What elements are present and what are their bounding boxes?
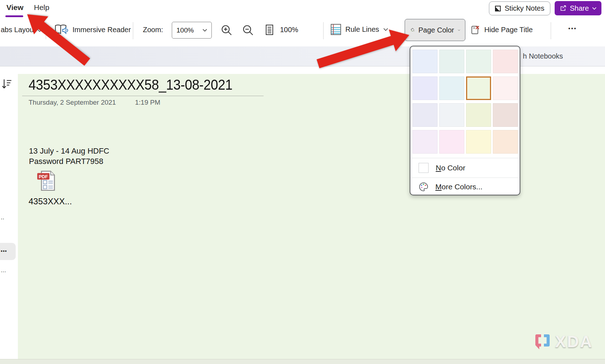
document-lines-icon [265,24,274,35]
immersive-reader-label: Immersive Reader [72,26,131,34]
color-swatch[interactable] [439,50,464,73]
immersive-reader-button[interactable]: Immersive Reader [54,24,131,36]
color-swatch[interactable] [412,103,438,127]
chevron-down-icon[interactable] [37,29,42,32]
palette-icon [419,182,429,192]
color-swatch[interactable] [412,76,438,100]
sidebar-page-item[interactable]: .. [1,214,4,221]
color-swatch[interactable] [466,130,491,154]
share-button[interactable]: Share [555,1,601,15]
zoom-to-100-button[interactable]: 100% [265,24,298,35]
pages-sidebar: .. ••• ... [0,74,18,359]
share-label: Share [570,4,589,13]
share-arrow-icon [560,5,567,12]
page-color-label: Page Color [418,26,454,34]
pdf-file-icon[interactable]: PDF [37,170,56,192]
hide-page-title-button[interactable]: Hide Page Title [471,25,533,35]
sidebar-page-item-label: ••• [1,248,7,254]
page-color-dropdown: No Color More Colors... [410,46,520,195]
zoom-100-label: 100% [280,26,298,34]
zoom-label: Zoom: [143,26,163,34]
zoom-level-value: 100% [176,26,194,34]
attachment-filename[interactable]: 4353XXX... [29,196,72,206]
more-colors-label: More Colors... [435,183,482,191]
xda-watermark-text: XDA [555,332,593,351]
tab-help[interactable]: Help [34,3,49,12]
ribbon-more-options-button[interactable]: ••• [561,25,584,32]
ribbon-separator [133,22,133,39]
color-swatch[interactable] [412,130,438,154]
active-tab-underline [5,15,23,17]
color-swatch[interactable] [439,130,464,154]
magnifier-minus-icon[interactable] [242,24,255,37]
no-color-label: No Color [436,164,465,172]
page-red-x-icon [471,25,480,35]
color-swatch-grid [412,50,518,154]
rule-lines-label: Rule Lines [345,25,379,34]
chevron-down-icon [458,29,460,32]
ribbon-separator [551,22,551,39]
onenote-window: View Help Sticky Notes Share abs Layout [0,0,605,364]
ruled-page-icon [330,24,341,35]
page-date: Thursday, 2 September 2021 [29,99,116,106]
note-text-line[interactable]: 13 July - 14 Aug HDFC [29,146,109,156]
paint-bucket-icon [410,25,415,35]
xda-watermark: XDA [533,332,593,351]
title-divider [22,96,264,96]
bottom-edge-strip [0,359,605,364]
color-swatch[interactable] [466,50,491,73]
book-speaker-icon [54,24,69,36]
color-swatch[interactable] [439,103,464,127]
zoom-level-select[interactable]: 100% [172,22,212,39]
chevron-down-icon [592,7,596,10]
chevron-down-icon [383,28,388,31]
color-swatch[interactable] [493,76,518,100]
page-color-button[interactable]: Page Color [405,19,465,41]
ribbon-separator [46,22,46,39]
no-color-swatch [419,163,429,173]
sort-descending-icon[interactable] [1,78,12,90]
color-swatch[interactable] [466,103,491,127]
sticky-notes-label: Sticky Notes [505,4,544,13]
color-swatch[interactable] [439,76,464,100]
no-color-option[interactable]: No Color [410,158,520,178]
color-swatch[interactable] [493,130,518,154]
sidebar-page-item[interactable]: ... [1,266,6,274]
ribbon-separator [323,22,324,39]
tab-view[interactable]: View [6,3,23,12]
search-notebooks-partial-text: h Notebooks [523,46,563,66]
xda-logo-brackets-icon [533,332,553,351]
more-colors-option[interactable]: More Colors... [410,178,520,195]
color-swatch[interactable] [493,50,518,73]
rule-lines-button[interactable]: Rule Lines [330,24,388,35]
color-swatch[interactable] [493,103,518,127]
folded-note-icon [495,5,501,12]
tabs-layout-button[interactable]: abs Layout [1,26,36,34]
magnifier-plus-icon[interactable] [220,24,233,37]
color-swatch[interactable] [466,76,491,100]
hide-page-title-label: Hide Page Title [484,26,533,34]
page-title[interactable]: 4353XXXXXXXXXX58_13-08-2021 [29,77,232,93]
pdf-badge: PDF [39,174,48,179]
note-text-line[interactable]: Password PART7958 [29,156,103,166]
sidebar-page-item-active[interactable]: ••• [0,243,16,260]
page-time: 1:19 PM [135,99,160,106]
chevron-down-icon [202,29,207,32]
color-swatch[interactable] [412,50,438,73]
sticky-notes-button[interactable]: Sticky Notes [489,1,550,15]
